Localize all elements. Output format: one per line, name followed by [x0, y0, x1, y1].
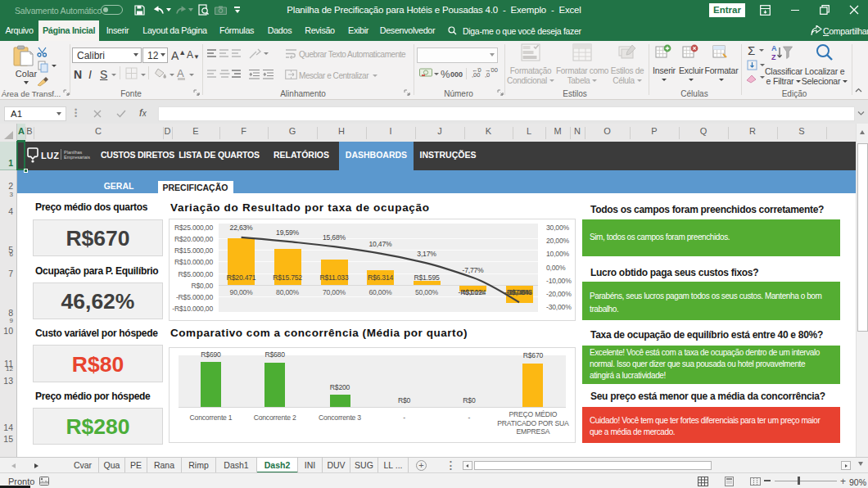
- svg-text:Z: Z: [771, 53, 776, 61]
- svg-text:A: A: [771, 44, 777, 52]
